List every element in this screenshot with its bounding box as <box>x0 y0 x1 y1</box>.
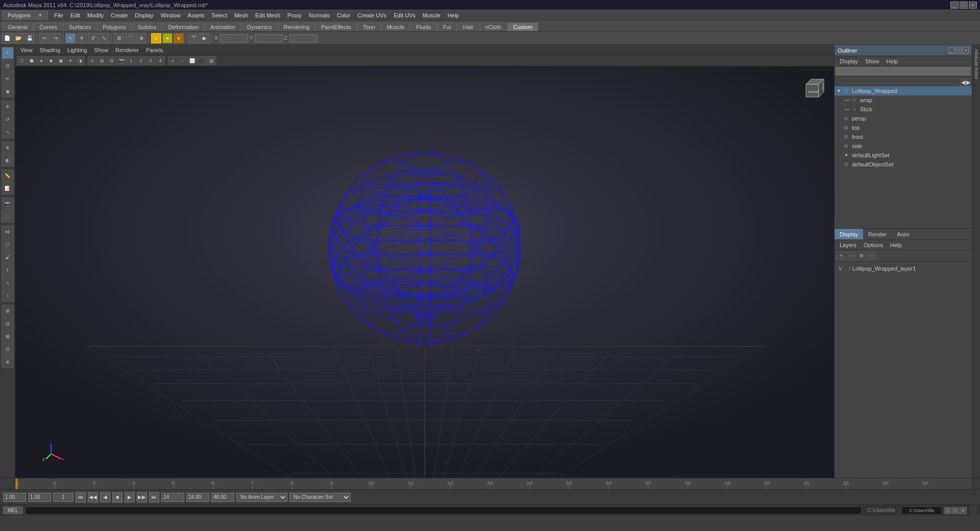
vp-icon-layout5[interactable]: ▤ <box>207 56 216 65</box>
current-frame-input[interactable] <box>28 493 51 502</box>
shelf-tab-ncloth[interactable]: nCloth <box>480 22 507 31</box>
anim-end-input[interactable] <box>186 493 209 502</box>
shelf-tab-surfaces[interactable]: Surfaces <box>63 22 96 31</box>
shelf-tab-curves[interactable]: Curves <box>34 22 63 31</box>
character-set-dropdown[interactable]: No Character Set <box>289 493 351 502</box>
vp-icon-1[interactable]: 1 <box>127 56 136 65</box>
layers-icon-options[interactable]: ⚙ <box>857 251 866 260</box>
layers-icon-export[interactable]: ↑ <box>867 251 876 260</box>
outliner-item-top[interactable]: ⊙ top <box>835 123 972 132</box>
tool-rotate[interactable]: ↺ <box>2 113 14 126</box>
toolbar-scale[interactable]: ⤡ <box>99 33 109 43</box>
shelf-tab-dynamics[interactable]: Dynamics <box>241 22 277 31</box>
menu-proxy[interactable]: Proxy <box>284 12 305 19</box>
script-mode-label[interactable]: MEL <box>3 506 23 514</box>
shelf-tab-fluids[interactable]: Fluids <box>410 22 436 31</box>
vp-menu-show[interactable]: Show <box>91 46 112 54</box>
toolbar-redo[interactable]: ↪ <box>51 33 61 43</box>
shelf-tab-muscle[interactable]: Muscle <box>381 22 410 31</box>
layers-tab-render[interactable]: Render <box>863 229 892 239</box>
shelf-tab-painteffects[interactable]: PaintEffects <box>315 22 357 31</box>
toolbar-snap-curve[interactable]: ⌒ <box>125 33 135 43</box>
menu-color[interactable]: Color <box>334 12 353 19</box>
layers-icon-delete[interactable]: − <box>847 251 856 260</box>
step-back-btn[interactable]: ◀◀ <box>88 492 98 502</box>
tool-ep-curve[interactable]: ⌇ <box>2 289 14 302</box>
go-to-start-btn[interactable]: ⏮ <box>76 492 86 502</box>
outliner-item-default-light[interactable]: ☀ defaultLightSet <box>835 151 972 160</box>
tool-render-region[interactable]: ⬚ <box>2 210 14 223</box>
vp-icon-shadows[interactable]: ◑ <box>76 56 85 65</box>
shelf-tab-deformation[interactable]: Deformation <box>162 22 204 31</box>
menu-file[interactable]: File <box>51 12 66 19</box>
outliner-item-front[interactable]: ⊙ front <box>835 132 972 141</box>
layers-tab-anim[interactable]: Anim <box>892 229 915 239</box>
outliner-item-side[interactable]: ⊙ side <box>835 141 972 151</box>
layers-icon-new[interactable]: + <box>837 251 846 260</box>
coord-x-input[interactable] <box>220 34 248 42</box>
step-fwd-btn[interactable]: ▶▶ <box>137 492 147 502</box>
toolbar-ipr[interactable]: ▶ <box>200 33 210 43</box>
toolbar-light1[interactable]: ● <box>151 33 161 43</box>
outliner-scroll-left[interactable]: ◀ <box>961 79 966 86</box>
vp-menu-shading[interactable]: Shading <box>37 46 63 54</box>
vp-icon-layout3[interactable]: ⬜ <box>187 56 197 65</box>
layers-menu-options[interactable]: Options <box>861 242 886 249</box>
tool-cv-curve[interactable]: ∿ <box>2 277 14 289</box>
attr-editor-tab[interactable]: Attribute Editor <box>972 47 981 82</box>
minimize-button[interactable]: _ <box>950 2 959 9</box>
outliner-scroll-right[interactable]: ▶ <box>966 79 971 86</box>
vp-icon-2[interactable]: 2 <box>136 56 145 65</box>
outliner-min-btn[interactable]: _ <box>948 47 954 54</box>
outliner-close-btn[interactable]: × <box>963 47 969 54</box>
range-end-input[interactable] <box>161 493 184 502</box>
outliner-menu-show[interactable]: Show <box>862 58 883 65</box>
toolbar-save[interactable]: 💾 <box>24 33 35 43</box>
coord-y-input[interactable] <box>255 34 283 42</box>
outliner-item-persp[interactable]: ⊙ persp <box>835 114 972 123</box>
close-button[interactable]: × <box>969 2 977 9</box>
menu-create-uvs[interactable]: Create UVs <box>354 12 389 19</box>
menu-assets[interactable]: Assets <box>185 12 208 19</box>
toolbar-light3[interactable]: ● <box>174 33 184 43</box>
tool-bottom4[interactable]: ⊡ <box>2 343 14 355</box>
status-icon-2[interactable]: □ <box>952 507 959 514</box>
tool-move[interactable]: ✛ <box>2 101 14 113</box>
outliner-item-wrap[interactable]: — ○ wrap <box>835 95 972 105</box>
view-cube[interactable]: FRONT RIGHT <box>798 71 829 102</box>
toolbar-render[interactable]: 🎬 <box>188 33 199 43</box>
tool-show-manip[interactable]: ⊕ <box>2 141 14 154</box>
toolbar-undo[interactable]: ↩ <box>39 33 50 43</box>
play-btn[interactable]: ▶ <box>125 492 135 502</box>
vp-icon-layout2[interactable]: ▫ <box>178 56 187 65</box>
menu-edit[interactable]: Edit <box>67 12 83 19</box>
outliner-max-btn[interactable]: □ <box>955 47 962 54</box>
anim-layer-dropdown[interactable]: No Anim Layer <box>236 493 287 502</box>
tool-paint[interactable]: ✏ <box>2 73 14 85</box>
shelf-tab-rendering[interactable]: Rendering <box>278 22 315 31</box>
menu-modify[interactable]: Modify <box>84 12 107 19</box>
outliner-item-default-obj[interactable]: ⬡ defaultObjectSet <box>835 160 972 169</box>
toolbar-move[interactable]: ✛ <box>77 33 87 43</box>
tool-sculpt[interactable]: ◉ <box>2 85 14 98</box>
shelf-tab-hair[interactable]: Hair <box>457 22 479 31</box>
toolbar-select[interactable]: ↖ <box>65 33 76 43</box>
tool-scale[interactable]: ⤡ <box>2 126 14 138</box>
shelf-tab-animation[interactable]: Animation <box>205 22 241 31</box>
toolbar-snap-grid[interactable]: ⊞ <box>114 33 124 43</box>
menu-edit-uvs[interactable]: Edit UVs <box>390 12 419 19</box>
maximize-button[interactable]: □ <box>960 2 968 9</box>
vp-menu-lighting[interactable]: Lighting <box>64 46 90 54</box>
tool-lasso[interactable]: ⊡ <box>2 60 14 72</box>
outliner-item-lollipop[interactable]: ▼ ⬡ Lollipop_Wrapped <box>835 86 972 95</box>
toolbar-light2[interactable]: ● <box>162 33 173 43</box>
menu-create[interactable]: Create <box>108 12 131 19</box>
vp-icon-hud[interactable]: ⊟ <box>107 56 116 65</box>
vp-menu-view[interactable]: View <box>17 46 36 54</box>
tool-bottom2[interactable]: ⊟ <box>2 318 14 330</box>
menu-muscle[interactable]: Muscle <box>420 12 444 19</box>
tool-3d-text[interactable]: T <box>2 264 14 276</box>
layers-menu-layers[interactable]: Layers <box>837 242 860 249</box>
vp-icon-4[interactable]: 4 <box>156 56 165 65</box>
vp-menu-panels[interactable]: Panels <box>143 46 166 54</box>
